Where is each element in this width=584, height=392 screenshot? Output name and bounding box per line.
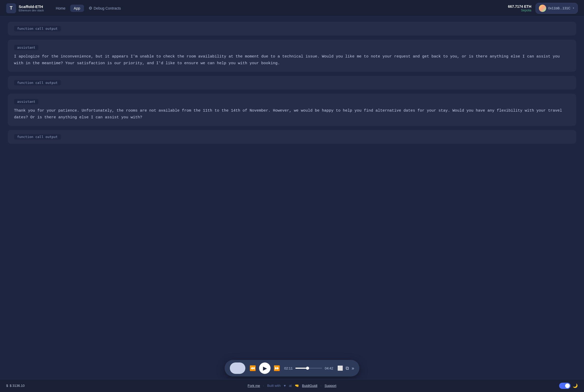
main-content: function call output assistant I apologi… [0, 17, 584, 379]
footer-price: $ $ 3136.10 [6, 384, 25, 388]
more-icon[interactable]: » [352, 366, 354, 371]
footer-right: 🌙 [559, 383, 578, 389]
header-right: 667.7174 ETH Sepolia 0x11bB...131C ▾ [508, 3, 578, 14]
assistant-tag-2: assistant [14, 99, 38, 104]
progress-bar[interactable] [295, 368, 322, 369]
hand-icon: 🤜 [295, 384, 299, 388]
nav-home[interactable]: Home [52, 5, 69, 12]
wallet-button[interactable]: 0x11bB...131C ▾ [536, 3, 578, 14]
player-thumbnail [230, 362, 245, 374]
price-value: $ 3136.10 [10, 384, 25, 388]
moon-icon: 🌙 [573, 383, 578, 388]
support-link[interactable]: Support [325, 384, 337, 388]
progress-fill [295, 368, 308, 369]
time-current: 02:11 [284, 366, 293, 370]
pip-icon[interactable]: ⧉ [346, 366, 349, 371]
nav-app[interactable]: App [70, 5, 84, 12]
player-extra-icons: ⬜ ⧉ » [337, 365, 354, 371]
play-button[interactable]: ▶ [259, 362, 270, 374]
rewind-button[interactable]: ⏪ [250, 365, 256, 371]
eth-balance: 667.7174 ETH Sepolia [508, 4, 531, 12]
screen-icon[interactable]: ⬜ [337, 365, 343, 371]
fork-me-link[interactable]: Fork me [248, 384, 260, 388]
time-total: 04:42 [325, 366, 333, 370]
wallet-address: 0x11bB...131C [548, 6, 571, 10]
forward-button[interactable]: ⏩ [274, 365, 280, 371]
wallet-avatar [539, 5, 546, 12]
logo-icon: T [6, 3, 16, 13]
player-controls: ⏪ ▶ ⏩ [250, 362, 280, 374]
dot-1: · [263, 384, 264, 388]
wallet-chevron-icon: ▾ [573, 6, 574, 10]
built-with-text: Built with [267, 384, 281, 388]
logo-area: T Scaffold-ETH Ethereum dev stack [6, 3, 44, 13]
media-player: ⏪ ▶ ⏩ 02:11 04:42 ⬜ ⧉ » [225, 360, 359, 376]
function-tag-2: function call output [14, 80, 61, 85]
buidlguidl-link[interactable]: BuidlGuidl [302, 384, 317, 388]
function-block-3: function call output [8, 130, 576, 144]
assistant-block-1: assistant I apologize for the inconvenie… [8, 40, 576, 72]
function-tag-1: function call output [14, 26, 61, 31]
nav-debug-label: Debug Contracts [94, 6, 121, 10]
eth-amount: 667.7174 ETH [508, 4, 531, 9]
nav-debug-contracts[interactable]: ⚙ Debug Contracts [85, 4, 125, 12]
at-text: at [289, 384, 292, 388]
dot-2: · [321, 384, 322, 388]
assistant-text-2: Thank you for your patience. Unfortunate… [14, 107, 570, 121]
logo-text: Scaffold-ETH Ethereum dev stack [19, 4, 44, 12]
eth-network: Sepolia [508, 9, 531, 12]
progress-dot [306, 367, 309, 370]
nav-links: Home App ⚙ Debug Contracts [52, 4, 124, 12]
toggle-knob [565, 383, 570, 388]
assistant-block-2: assistant Thank you for your patience. U… [8, 94, 576, 126]
header: T Scaffold-ETH Ethereum dev stack Home A… [0, 0, 584, 17]
footer: $ $ 3136.10 Fork me · Built with ♥ at 🤜 … [0, 379, 584, 392]
assistant-tag-1: assistant [14, 45, 38, 50]
app-name: Scaffold-ETH [19, 4, 44, 9]
heart-icon: ♥ [284, 384, 286, 388]
app-subtitle: Ethereum dev stack [19, 9, 44, 12]
function-block-2: function call output [8, 76, 576, 90]
assistant-text-1: I apologize for the inconvenience, but i… [14, 53, 570, 67]
function-tag-3: function call output [14, 134, 61, 140]
debug-icon: ⚙ [89, 6, 92, 11]
function-block-1: function call output [8, 22, 576, 35]
price-icon: $ [6, 384, 8, 388]
player-progress-area: 02:11 04:42 [284, 366, 333, 370]
dark-mode-toggle[interactable] [559, 383, 571, 389]
